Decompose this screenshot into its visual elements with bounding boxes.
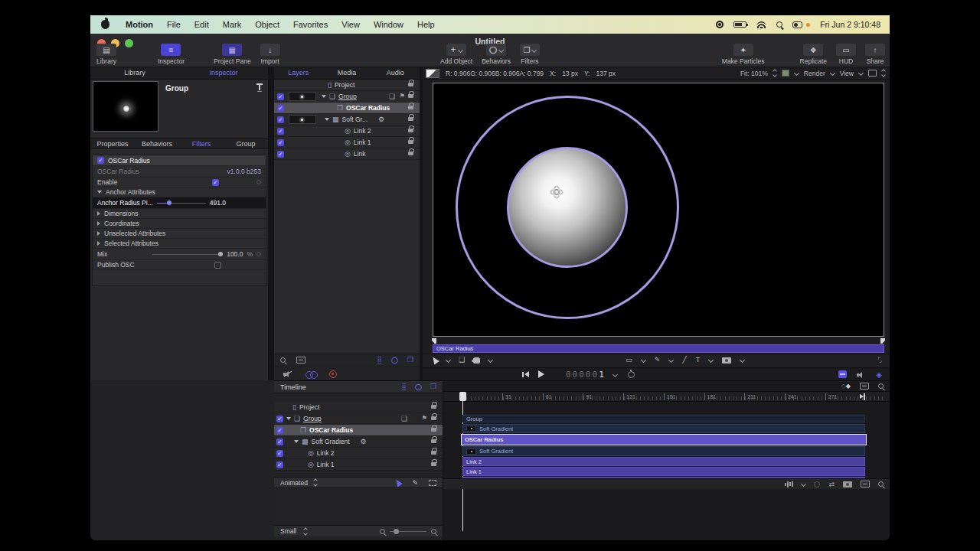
- disclosure-closed-icon[interactable]: [97, 221, 100, 226]
- lock-icon[interactable]: [431, 462, 436, 466]
- layer-checkbox[interactable]: ✓: [276, 439, 283, 445]
- layer-name[interactable]: Group: [338, 93, 357, 100]
- lock-icon[interactable]: [431, 405, 436, 409]
- mix-slider[interactable]: [152, 254, 223, 255]
- mix-value[interactable]: 100.0: [227, 250, 243, 258]
- filters-icon[interactable]: [430, 383, 436, 390]
- timeline-track-bar[interactable]: Soft Gradient: [462, 446, 865, 456]
- menu-item[interactable]: Mark: [223, 20, 241, 29]
- keyframe-display-icon[interactable]: ◈: [876, 370, 882, 379]
- chevron-down-icon[interactable]: [801, 481, 806, 487]
- mute-speaker-icon[interactable]: [283, 370, 292, 377]
- particles-icon[interactable]: [401, 383, 407, 390]
- toolbar-button[interactable]: Inspector: [158, 44, 185, 65]
- menu-item[interactable]: Help: [417, 20, 435, 29]
- disclosure-open-icon[interactable]: [97, 191, 102, 194]
- behaviors-icon[interactable]: [415, 383, 422, 390]
- fullscreen-icon[interactable]: ⌜⌟: [878, 357, 881, 364]
- timeline-track-bar[interactable]: OSCar Radius: [461, 434, 867, 445]
- filter-header-row[interactable]: ✓ OSCar Radius: [93, 155, 266, 166]
- timeline-zoom-slider[interactable]: [390, 531, 426, 532]
- layer-checkbox[interactable]: ✓: [277, 151, 284, 158]
- filmstrip-icon[interactable]: [861, 481, 870, 487]
- menu-item[interactable]: Favorites: [293, 20, 328, 29]
- timeline-layer-row[interactable]: ✓ Link 1: [274, 459, 443, 471]
- lock-icon[interactable]: [408, 152, 413, 155]
- record-icon[interactable]: [329, 370, 337, 378]
- timeline-ruler[interactable]: 316191121151181211241271: [443, 391, 890, 402]
- toolbar-button[interactable]: HUD: [836, 44, 856, 65]
- chevron-down-icon[interactable]: [488, 357, 493, 363]
- rectangle-tool[interactable]: ▭: [626, 357, 632, 364]
- lock-icon[interactable]: [408, 140, 413, 144]
- zoom-in-icon[interactable]: [431, 529, 436, 534]
- timeline-layer-row[interactable]: ✓ Group: [274, 413, 443, 425]
- layer-row[interactable]: Project: [274, 80, 420, 91]
- keyframe-pair-icon[interactable]: ◇◆: [841, 383, 851, 390]
- layer-name[interactable]: Link 1: [317, 461, 335, 468]
- toolbar-button[interactable]: Library: [96, 44, 116, 65]
- track-size-stepper[interactable]: [304, 528, 307, 535]
- camera-tool[interactable]: [722, 357, 731, 364]
- panel-tab[interactable]: Media: [322, 67, 371, 79]
- layer-checkbox[interactable]: ✓: [276, 450, 283, 457]
- layer-name[interactable]: Link 2: [317, 449, 335, 457]
- layer-row[interactable]: ✓ Link: [274, 148, 420, 160]
- behaviors-icon[interactable]: [391, 357, 398, 364]
- chevron-down-icon[interactable]: [446, 357, 451, 363]
- coordinates-group[interactable]: Coordinates: [93, 219, 266, 229]
- publish-osc-checkbox[interactable]: [214, 262, 221, 269]
- lock-icon[interactable]: [431, 439, 436, 443]
- toolbar-button[interactable]: Import: [260, 44, 280, 65]
- spotlight-icon[interactable]: [776, 21, 782, 28]
- dimensions-group[interactable]: Dimensions: [93, 209, 266, 219]
- anchor-radius-row[interactable]: Anchor Radius Pi... 491.0: [93, 197, 266, 209]
- layer-checkbox[interactable]: ✓: [276, 427, 283, 434]
- pen-icon[interactable]: ✎: [412, 479, 418, 487]
- toolbar-button[interactable]: Project Pane: [214, 44, 251, 65]
- disclosure-open-icon[interactable]: [294, 440, 299, 443]
- toolbar-button[interactable]: Share: [865, 44, 885, 65]
- layer-row[interactable]: ✓ Group: [274, 91, 420, 103]
- wifi-icon[interactable]: [756, 21, 766, 28]
- unselected-attributes-group[interactable]: Unselected Attributes: [93, 229, 266, 239]
- layer-name[interactable]: OSCar Radius: [346, 104, 390, 112]
- zoom-icon[interactable]: [878, 481, 884, 487]
- chevron-down-icon[interactable]: [668, 357, 674, 363]
- view-stepper[interactable]: [882, 70, 885, 77]
- timecode-mode-icon[interactable]: [628, 371, 635, 378]
- pin-icon[interactable]: [259, 83, 260, 90]
- fit-zoom-readout[interactable]: Fit: 101%: [740, 70, 768, 77]
- param-value[interactable]: 491.0: [210, 199, 226, 207]
- timeline-track-bar[interactable]: Link 1: [462, 467, 865, 476]
- loop-icon[interactable]: ⇄: [828, 481, 835, 488]
- toolbar-button[interactable]: Replicate: [800, 44, 827, 65]
- timecode-menu-chevron[interactable]: [612, 371, 618, 377]
- view-menu[interactable]: View: [840, 70, 854, 77]
- filter-enable-checkbox[interactable]: ✓: [97, 157, 104, 164]
- lock-icon[interactable]: [408, 94, 413, 98]
- show-keyframes-icon[interactable]: [838, 370, 847, 378]
- menu-item[interactable]: Motion: [126, 20, 153, 29]
- toolbar-button[interactable]: Filters: [520, 44, 540, 65]
- disclosure-closed-icon[interactable]: [97, 231, 100, 236]
- timeline-layer-row[interactable]: ✓ Link 2: [274, 448, 443, 459]
- inspector-subtab[interactable]: Filters: [179, 139, 224, 148]
- toolbar-button[interactable]: Add Object: [440, 44, 472, 65]
- timecode-field[interactable]: 000001: [566, 370, 606, 380]
- canvas[interactable]: [433, 83, 884, 337]
- selected-attributes-group[interactable]: Selected Attributes: [93, 239, 266, 249]
- play-range-in-marker[interactable]: [432, 338, 436, 344]
- camera-icon[interactable]: [843, 481, 852, 487]
- enable-checkbox[interactable]: ✓: [212, 179, 219, 186]
- zoom-icon[interactable]: [878, 383, 884, 389]
- track-size-label[interactable]: Small: [280, 527, 296, 535]
- timeline-layer-row[interactable]: ✓ OSCar Radius: [274, 425, 443, 436]
- layer-checkbox[interactable]: ✓: [277, 128, 284, 135]
- layer-name[interactable]: OSCar Radius: [309, 426, 353, 434]
- marquee-icon[interactable]: [429, 480, 436, 486]
- timeline-track-bar[interactable]: Link 2: [462, 457, 865, 466]
- layer-checkbox[interactable]: ✓: [276, 416, 283, 422]
- lock-icon[interactable]: [408, 129, 413, 132]
- cursor-tool-icon[interactable]: [394, 478, 403, 487]
